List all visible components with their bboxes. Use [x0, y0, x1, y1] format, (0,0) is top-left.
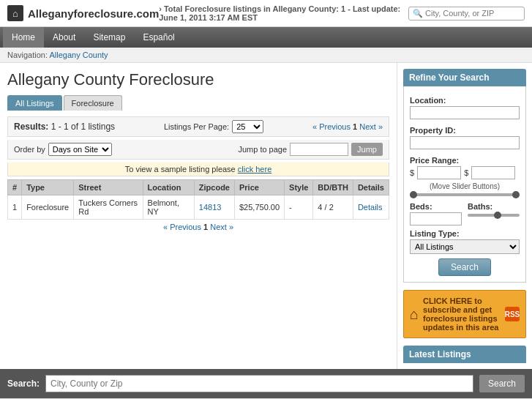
order-bar: Order by Days on SitePriceZipcodeStreet …: [7, 140, 389, 160]
order-by-control: Order by Days on SitePriceZipcodeStreet: [14, 143, 112, 156]
top-pagination: « Previous 1 Next »: [312, 122, 383, 131]
price-slider-max[interactable]: [512, 191, 520, 198]
header-meta: › Total Foreclosure listings in Allegany…: [159, 4, 408, 22]
footer-search-label: Search:: [7, 379, 40, 389]
price-range-label: Price Range:: [410, 156, 520, 165]
per-page-select[interactable]: 251050100: [232, 120, 263, 133]
breadcrumb: Navigation: Allegany County: [0, 48, 532, 63]
site-logo: Alleganyforeclosure.com: [7, 5, 159, 21]
sample-notice: To view a sample listing please click he…: [7, 163, 389, 176]
main-content: Allegany County Foreclosure All Listings…: [0, 63, 532, 369]
nav-espanol[interactable]: Español: [134, 27, 183, 48]
sidebar-search-button[interactable]: Search: [438, 258, 491, 276]
cell-type: Foreclosure: [22, 195, 74, 220]
nav-home[interactable]: Home: [3, 27, 44, 48]
cell-details: Details: [353, 195, 389, 220]
sample-listing-link[interactable]: click here: [238, 165, 271, 174]
cell-price: $25,750.00: [234, 195, 284, 220]
cell-street: Tuckers Corners Rd: [74, 195, 143, 220]
price-max-input[interactable]: [471, 166, 515, 179]
col-details: Details: [353, 180, 389, 195]
subscribe-banner[interactable]: ⌂ CLICK HERE to subscribe and get forecl…: [403, 290, 526, 338]
col-num: #: [8, 180, 22, 195]
header-search-input[interactable]: [425, 9, 520, 18]
site-name: Alleganyforeclosure.com: [28, 7, 159, 20]
property-id-input[interactable]: [410, 136, 520, 149]
baths-label: Baths:: [468, 202, 520, 211]
details-link[interactable]: Details: [358, 203, 383, 212]
subscribe-text: CLICK HERE to subscribe and get foreclos…: [423, 297, 501, 332]
col-street: Street: [74, 180, 143, 195]
jump-to-page: Jump to page Jump: [238, 143, 383, 156]
navbar: Home About Sitemap Español: [0, 27, 532, 48]
per-page-control: Listings Per Page: 251050100: [164, 120, 263, 133]
content-area: Allegany County Foreclosure All Listings…: [0, 63, 397, 369]
refine-search-title: Refine Your Search: [403, 69, 526, 86]
zipcode-link[interactable]: 14813: [199, 203, 222, 212]
search-icon: 🔍: [413, 9, 423, 18]
latest-listings-title: Latest Listings: [403, 346, 526, 363]
jump-input[interactable]: [290, 143, 348, 156]
beds-input[interactable]: [410, 212, 462, 225]
beds-baths-row: Beds: Baths:: [410, 202, 520, 225]
location-label: Location:: [410, 96, 520, 105]
nav-about[interactable]: About: [44, 27, 84, 48]
breadcrumb-link[interactable]: Allegany County: [50, 51, 108, 59]
price-slider-min[interactable]: [410, 191, 417, 198]
price-min-input[interactable]: [417, 166, 461, 179]
bottom-next-link[interactable]: Next »: [210, 223, 233, 231]
beds-label: Beds:: [410, 202, 462, 211]
sidebar: Refine Your Search Location: Property ID…: [397, 63, 532, 369]
cell-num: 1: [8, 195, 22, 220]
page-title: Allegany County Foreclosure: [7, 70, 389, 89]
price-slider-track: [410, 193, 520, 196]
last-update-value: June 1, 2011 3:17 AM EST: [159, 13, 258, 22]
footer-search: Search: Search: [0, 369, 532, 398]
listing-type-select[interactable]: All Listings Foreclosure Pre-Foreclosure…: [410, 239, 520, 254]
header: Alleganyforeclosure.com › Total Foreclos…: [0, 0, 532, 27]
col-bdbth: BD/BTH: [313, 180, 353, 195]
footer-search-button[interactable]: Search: [479, 375, 525, 392]
cell-location: Belmont, NY: [143, 195, 194, 220]
cell-style: -: [285, 195, 313, 220]
location-input[interactable]: [410, 106, 520, 119]
results-count: Results: 1 - 1 of 1 listings: [14, 122, 115, 132]
bottom-prev-link[interactable]: « Previous: [163, 223, 201, 231]
col-zipcode: Zipcode: [194, 180, 234, 195]
house-icon: ⌂: [410, 306, 419, 323]
bottom-pagination: « Previous 1 Next »: [7, 220, 389, 234]
col-type: Type: [22, 180, 74, 195]
header-search-wrap: 🔍: [408, 7, 525, 20]
tab-foreclosure[interactable]: Foreclosure: [64, 95, 122, 111]
logo-icon: [7, 5, 23, 21]
baths-slider-thumb[interactable]: [494, 212, 501, 219]
col-price: Price: [234, 180, 284, 195]
slider-note: (Move Slider Buttons): [410, 182, 520, 190]
cell-bdbth: 4 / 2: [313, 195, 353, 220]
listings-table: # Type Street Location Zipcode Price Sty…: [7, 179, 389, 220]
footer-search-input[interactable]: [45, 375, 473, 392]
tab-bar: All Listings Foreclosure: [7, 95, 389, 111]
property-id-label: Property ID:: [410, 126, 520, 135]
baths-control: Baths:: [468, 202, 520, 225]
jump-button[interactable]: Jump: [351, 143, 383, 156]
cell-zipcode: 14813: [194, 195, 234, 220]
order-by-select[interactable]: Days on SitePriceZipcodeStreet: [48, 143, 112, 156]
prev-page-link[interactable]: « Previous: [312, 122, 351, 131]
table-row: 1 Foreclosure Tuckers Corners Rd Belmont…: [8, 195, 389, 220]
last-update-label: Last update:: [353, 4, 400, 13]
beds-control: Beds:: [410, 202, 462, 225]
tab-all-listings[interactable]: All Listings: [7, 95, 62, 111]
results-bar: Results: 1 - 1 of 1 listings Listings Pe…: [7, 116, 389, 137]
listing-type-label: Listing Type:: [410, 229, 520, 238]
col-location: Location: [143, 180, 194, 195]
price-range-inputs: $ $: [410, 166, 520, 179]
rss-icon: RSS: [505, 307, 520, 321]
baths-slider-track: [468, 214, 520, 217]
sidebar-body: Location: Property ID: Price Range: $ $ …: [403, 86, 526, 283]
nav-sitemap[interactable]: Sitemap: [84, 27, 134, 48]
next-page-link[interactable]: Next »: [359, 122, 383, 131]
col-style: Style: [285, 180, 313, 195]
